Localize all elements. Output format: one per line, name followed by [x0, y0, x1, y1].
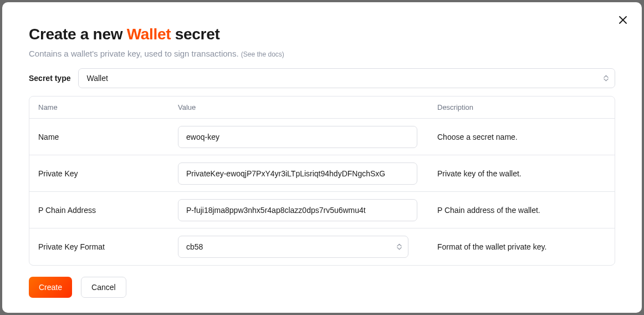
modal-dialog: Create a new Wallet secret Contains a wa… [2, 2, 642, 313]
field-name: Name [29, 133, 169, 141]
secret-type-row: Secret type Wallet [29, 68, 615, 88]
title-prefix: Create a new [29, 26, 127, 43]
field-description: P Chain address of the wallet. [428, 206, 615, 215]
secret-type-value: Wallet [86, 74, 108, 83]
field-value-cell [169, 162, 428, 185]
table-row: Name Choose a secret name. [29, 119, 615, 155]
secret-type-select-wrap: Wallet [78, 68, 615, 88]
table-row: Private Key Format cb58 Format of the wa… [29, 228, 615, 265]
create-button[interactable]: Create [29, 277, 72, 298]
button-row: Create Cancel [29, 277, 615, 298]
title-accent: Wallet [127, 26, 171, 43]
docs-link[interactable]: (See the docs) [241, 50, 284, 58]
private-key-format-select[interactable]: cb58 [178, 236, 408, 258]
header-name: Name [29, 103, 169, 111]
table-row: Private Key Private key of the wallet. [29, 155, 615, 192]
title-suffix: secret [171, 26, 219, 43]
private-key-format-value: cb58 [186, 242, 203, 251]
field-name: P Chain Address [29, 206, 169, 215]
private-key-input[interactable] [178, 162, 417, 185]
field-description: Format of the wallet private key. [428, 242, 615, 251]
field-name: Private Key Format [29, 242, 169, 251]
private-key-format-select-wrap: cb58 [178, 236, 408, 258]
cancel-button[interactable]: Cancel [81, 277, 126, 298]
table-header: Name Value Description [29, 96, 615, 119]
close-icon [619, 16, 627, 24]
secret-type-label: Secret type [29, 74, 70, 83]
name-input[interactable] [178, 126, 417, 148]
field-name: Private Key [29, 169, 169, 178]
modal-title: Create a new Wallet secret [29, 26, 615, 43]
table-row: P Chain Address P Chain address of the w… [29, 192, 615, 228]
modal-subtitle: Contains a wallet's private key, used to… [29, 49, 615, 58]
header-description: Description [428, 103, 615, 111]
subtitle-text: Contains a wallet's private key, used to… [29, 49, 239, 58]
field-value-cell: cb58 [169, 236, 428, 258]
close-button[interactable] [617, 14, 628, 26]
field-description: Private key of the wallet. [428, 169, 615, 178]
p-chain-address-input[interactable] [178, 199, 417, 221]
field-description: Choose a secret name. [428, 133, 615, 141]
header-value: Value [169, 103, 428, 111]
field-value-cell [169, 199, 428, 221]
field-value-cell [169, 126, 428, 148]
fields-table: Name Value Description Name Choose a sec… [29, 96, 615, 266]
secret-type-select[interactable]: Wallet [78, 68, 615, 88]
